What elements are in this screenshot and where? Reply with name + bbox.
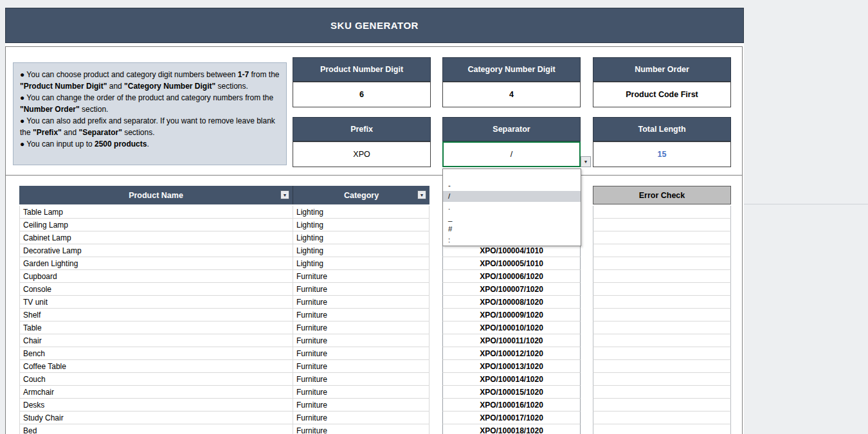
category-cell[interactable]: Furniture — [293, 373, 429, 386]
sku-cell: XPO/100010/1020 — [442, 321, 581, 334]
table-row: Coffee Table Furniture XPO/100013/1020 — [5, 360, 743, 373]
product-name-cell[interactable]: Chair — [19, 334, 293, 347]
error-check-cell — [593, 334, 731, 347]
table-row: Desks Furniture XPO/100016/1020 — [5, 399, 743, 411]
product-name-cell[interactable]: Console — [19, 283, 293, 296]
table-row: Cupboard Furniture XPO/100006/1020 — [5, 270, 743, 283]
separator-dropdown-list: -/._#: — [442, 168, 581, 246]
product-name-cell[interactable]: Table — [19, 321, 293, 334]
error-check-cell — [593, 373, 731, 386]
sku-cell: XPO/100015/1020 — [442, 386, 581, 399]
product-name-cell[interactable]: Study Chair — [19, 411, 293, 424]
sku-cell: XPO/100008/1020 — [442, 296, 581, 309]
error-check-cell — [593, 219, 731, 231]
category-cell[interactable]: Lighting — [293, 257, 429, 270]
instruction-bullet-2: ● You can change the order of the produc… — [20, 92, 280, 115]
section-divider — [5, 175, 743, 176]
error-check-cell — [593, 411, 731, 424]
separator-option[interactable]: : — [443, 235, 581, 246]
spreadsheet: SKU GENERATOR ● You can choose product a… — [5, 8, 744, 434]
product-name-cell[interactable]: Ceiling Lamp — [19, 219, 293, 231]
table-row: Bed Furniture XPO/100018/1020 — [5, 424, 743, 434]
sku-cell: XPO/100004/1010 — [442, 244, 581, 257]
page-title: SKU GENERATOR — [330, 20, 419, 31]
category-cell[interactable]: Lighting — [293, 244, 429, 257]
category-cell[interactable]: Furniture — [293, 360, 429, 373]
separator-option[interactable]: / — [443, 191, 581, 202]
table-row: Table Lamp Lighting — [5, 206, 743, 219]
separator-option[interactable] — [443, 169, 581, 180]
product-name-cell[interactable]: Bench — [19, 347, 293, 360]
category-cell[interactable]: Furniture — [293, 399, 429, 411]
product-name-cell[interactable]: Desks — [19, 399, 293, 411]
total-length-header: Total Length — [593, 117, 731, 141]
separator-option[interactable]: _ — [443, 213, 581, 224]
product-name-cell[interactable]: Coffee Table — [19, 360, 293, 373]
filter-button-category[interactable]: ▼ — [417, 190, 426, 199]
separator-dropdown-button[interactable]: ▼ — [581, 156, 591, 167]
instruction-bullet-1: ● You can choose product and category di… — [20, 69, 280, 92]
total-length-value[interactable]: 15 — [593, 141, 731, 167]
product-name-cell[interactable]: Cupboard — [19, 270, 293, 283]
table-row: TV unit Furniture XPO/100008/1020 — [5, 296, 743, 309]
product-name-cell[interactable]: Decorative Lamp — [19, 244, 293, 257]
sku-cell: XPO/100017/1020 — [442, 411, 581, 424]
category-cell[interactable]: Furniture — [293, 321, 429, 334]
instruction-bullet-4: ● You can input up to 2500 products. — [20, 138, 280, 150]
category-cell[interactable]: Furniture — [293, 309, 429, 321]
filter-button-product-name[interactable]: ▼ — [280, 190, 289, 199]
separator-option[interactable]: # — [443, 224, 581, 235]
category-number-digit-value[interactable]: 4 — [442, 82, 581, 107]
product-name-cell[interactable]: Table Lamp — [19, 206, 293, 219]
table-row: Study Chair Furniture XPO/100017/1020 — [5, 411, 743, 424]
sku-cell: XPO/100013/1020 — [442, 360, 581, 373]
product-name-cell[interactable]: Couch — [19, 373, 293, 386]
category-cell[interactable]: Furniture — [293, 411, 429, 424]
category-cell[interactable]: Furniture — [293, 296, 429, 309]
error-check-cell — [593, 347, 731, 360]
product-name-cell[interactable]: Shelf — [19, 309, 293, 321]
separator-header: Separator — [442, 117, 581, 141]
sku-cell: XPO/100018/1020 — [442, 424, 581, 434]
category-cell[interactable]: Lighting — [293, 231, 429, 244]
separator-option[interactable]: . — [443, 202, 581, 213]
category-cell[interactable]: Furniture — [293, 334, 429, 347]
category-cell[interactable]: Furniture — [293, 347, 429, 360]
table-row: Console Furniture XPO/100007/1020 — [5, 283, 743, 296]
error-check-cell — [593, 283, 731, 296]
sku-cell: XPO/100005/1010 — [442, 257, 581, 270]
category-cell[interactable]: Furniture — [293, 283, 429, 296]
prefix-value[interactable]: XPO — [293, 141, 431, 167]
product-name-cell[interactable]: Armchair — [19, 386, 293, 399]
separator-value-cell[interactable]: / — [442, 141, 581, 167]
error-check-cell — [593, 321, 731, 334]
category-cell[interactable]: Lighting — [293, 219, 429, 231]
product-name-cell[interactable]: TV unit — [19, 296, 293, 309]
number-order-value[interactable]: Product Code First — [593, 82, 731, 107]
category-cell[interactable]: Furniture — [293, 386, 429, 399]
product-number-digit-value[interactable]: 6 — [293, 82, 431, 107]
category-cell[interactable]: Furniture — [293, 270, 429, 283]
sku-cell: XPO/100016/1020 — [442, 399, 581, 411]
product-name-cell[interactable]: Garden Lighting — [19, 257, 293, 270]
sku-cell: XPO/100007/1020 — [442, 283, 581, 296]
table-header-product-name: Product Name ▼ — [19, 186, 293, 204]
separator-option[interactable]: - — [443, 180, 581, 191]
instruction-bullet-3: ● You can also add prefix and separator.… — [20, 115, 280, 138]
table-row: Chair Furniture XPO/100011/1020 — [5, 334, 743, 347]
error-check-cell — [593, 386, 731, 399]
error-check-cell — [593, 399, 731, 411]
table-row: Armchair Furniture XPO/100015/1020 — [5, 386, 743, 399]
sku-cell: XPO/100006/1020 — [442, 270, 581, 283]
table-row: Table Furniture XPO/100010/1020 — [5, 321, 743, 334]
category-number-digit-header: Category Number Digit — [442, 57, 581, 82]
product-name-cell[interactable]: Bed — [19, 424, 293, 434]
product-number-digit-header: Product Number Digit — [293, 57, 431, 82]
product-name-cell[interactable]: Cabinet Lamp — [19, 231, 293, 244]
category-cell[interactable]: Lighting — [293, 206, 429, 219]
error-check-cell — [593, 244, 731, 257]
error-check-cell — [593, 206, 731, 219]
filter-arrow-icon: ▼ — [283, 193, 287, 197]
category-cell[interactable]: Furniture — [293, 424, 429, 434]
instructions-panel: ● You can choose product and category di… — [13, 62, 287, 165]
